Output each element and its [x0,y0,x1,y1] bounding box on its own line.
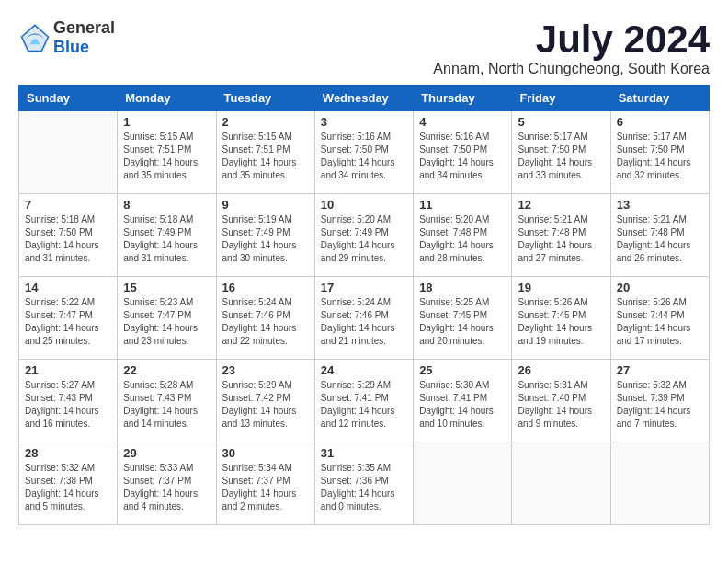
week-row-4: 21Sunrise: 5:27 AMSunset: 7:43 PMDayligh… [19,360,710,442]
day-number-19: 19 [518,281,604,294]
weekday-header-tuesday: Tuesday [216,86,314,111]
day-number-31: 31 [321,446,407,460]
day-number-8: 8 [123,198,210,212]
day-info-11: Sunrise: 5:20 AMSunset: 7:48 PMDaylight:… [419,213,506,265]
day-info-23: Sunrise: 5:29 AMSunset: 7:42 PMDaylight:… [222,379,309,431]
logo-text: General Blue [53,18,115,57]
svg-marker-0 [20,23,50,52]
weekday-header-sunday: Sunday [19,86,118,111]
day-number-22: 22 [123,363,210,377]
day-info-13: Sunrise: 5:21 AMSunset: 7:48 PMDaylight:… [617,213,703,265]
day-cell-22: 22Sunrise: 5:28 AMSunset: 7:43 PMDayligh… [118,360,216,442]
day-cell-19: 19Sunrise: 5:26 AMSunset: 7:45 PMDayligh… [512,277,610,360]
logo-blue: Blue [53,38,89,56]
day-cell-31: 31Sunrise: 5:35 AMSunset: 7:36 PMDayligh… [314,442,413,525]
day-cell-6: 6Sunrise: 5:17 AMSunset: 7:50 PMDaylight… [610,111,709,194]
day-number-21: 21 [25,363,111,377]
day-number-25: 25 [419,363,506,377]
day-info-12: Sunrise: 5:21 AMSunset: 7:48 PMDaylight:… [518,213,604,265]
day-info-25: Sunrise: 5:30 AMSunset: 7:41 PMDaylight:… [419,379,506,431]
day-cell-12: 12Sunrise: 5:21 AMSunset: 7:48 PMDayligh… [512,194,610,277]
day-cell-7: 7Sunrise: 5:18 AMSunset: 7:50 PMDaylight… [19,194,118,277]
day-cell-3: 3Sunrise: 5:16 AMSunset: 7:50 PMDaylight… [314,111,413,194]
weekday-header-monday: Monday [118,86,216,111]
weekday-header-saturday: Saturday [610,86,709,111]
day-number-18: 18 [419,281,506,294]
weekday-header-wednesday: Wednesday [314,86,413,111]
day-number-6: 6 [617,115,703,129]
day-cell-17: 17Sunrise: 5:24 AMSunset: 7:46 PMDayligh… [314,277,413,360]
day-cell-13: 13Sunrise: 5:21 AMSunset: 7:48 PMDayligh… [610,194,709,277]
day-number-14: 14 [25,281,111,294]
day-cell-9: 9Sunrise: 5:19 AMSunset: 7:49 PMDaylight… [216,194,314,277]
month-title: July 2024 [433,18,710,61]
day-info-21: Sunrise: 5:27 AMSunset: 7:43 PMDaylight:… [25,379,111,431]
day-number-20: 20 [617,281,703,294]
day-number-7: 7 [25,198,111,212]
day-number-11: 11 [419,198,506,212]
day-info-7: Sunrise: 5:18 AMSunset: 7:50 PMDaylight:… [25,213,111,265]
day-info-17: Sunrise: 5:24 AMSunset: 7:46 PMDaylight:… [321,296,407,348]
day-number-12: 12 [518,198,604,212]
day-number-10: 10 [321,198,407,212]
day-cell-16: 16Sunrise: 5:24 AMSunset: 7:46 PMDayligh… [216,277,314,360]
day-cell-30: 30Sunrise: 5:34 AMSunset: 7:37 PMDayligh… [216,442,314,525]
day-cell-10: 10Sunrise: 5:20 AMSunset: 7:49 PMDayligh… [314,194,413,277]
title-area: July 2024 Annam, North Chungcheong, Sout… [433,18,710,77]
day-info-18: Sunrise: 5:25 AMSunset: 7:45 PMDaylight:… [419,296,506,348]
day-info-28: Sunrise: 5:32 AMSunset: 7:38 PMDaylight:… [25,462,111,513]
logo-general: General [53,18,115,37]
day-info-31: Sunrise: 5:35 AMSunset: 7:36 PMDaylight:… [321,462,407,513]
day-cell-23: 23Sunrise: 5:29 AMSunset: 7:42 PMDayligh… [216,360,314,442]
logo-icon [18,21,51,54]
day-info-4: Sunrise: 5:16 AMSunset: 7:50 PMDaylight:… [419,131,506,182]
day-info-16: Sunrise: 5:24 AMSunset: 7:46 PMDaylight:… [222,296,309,348]
day-info-10: Sunrise: 5:20 AMSunset: 7:49 PMDaylight:… [321,213,407,265]
weekday-header-friday: Friday [512,86,610,111]
day-cell-27: 27Sunrise: 5:32 AMSunset: 7:39 PMDayligh… [610,360,709,442]
day-info-15: Sunrise: 5:23 AMSunset: 7:47 PMDaylight:… [123,296,210,348]
day-number-30: 30 [222,446,309,460]
header: General Blue July 2024 Annam, North Chun… [18,18,710,77]
day-cell-11: 11Sunrise: 5:20 AMSunset: 7:48 PMDayligh… [414,194,512,277]
location-subtitle: Annam, North Chungcheong, South Korea [433,61,710,77]
day-info-5: Sunrise: 5:17 AMSunset: 7:50 PMDaylight:… [518,131,604,182]
day-number-9: 9 [222,198,309,212]
day-number-3: 3 [321,115,407,129]
day-cell-29: 29Sunrise: 5:33 AMSunset: 7:37 PMDayligh… [118,442,216,525]
day-info-30: Sunrise: 5:34 AMSunset: 7:37 PMDaylight:… [222,462,309,513]
week-row-2: 7Sunrise: 5:18 AMSunset: 7:50 PMDaylight… [19,194,710,277]
day-cell-2: 2Sunrise: 5:15 AMSunset: 7:51 PMDaylight… [216,111,314,194]
day-cell-28: 28Sunrise: 5:32 AMSunset: 7:38 PMDayligh… [19,442,118,525]
empty-cell [19,111,118,194]
day-number-2: 2 [222,115,309,129]
day-info-19: Sunrise: 5:26 AMSunset: 7:45 PMDaylight:… [518,296,604,348]
day-info-29: Sunrise: 5:33 AMSunset: 7:37 PMDaylight:… [123,462,210,513]
weekday-header-thursday: Thursday [414,86,512,111]
day-number-5: 5 [518,115,604,129]
day-info-9: Sunrise: 5:19 AMSunset: 7:49 PMDaylight:… [222,213,309,265]
day-number-28: 28 [25,446,111,460]
day-number-16: 16 [222,281,309,294]
day-info-2: Sunrise: 5:15 AMSunset: 7:51 PMDaylight:… [222,131,309,182]
week-row-5: 28Sunrise: 5:32 AMSunset: 7:38 PMDayligh… [19,442,710,525]
calendar-table: SundayMondayTuesdayWednesdayThursdayFrid… [18,85,710,525]
day-cell-18: 18Sunrise: 5:25 AMSunset: 7:45 PMDayligh… [414,277,512,360]
day-cell-4: 4Sunrise: 5:16 AMSunset: 7:50 PMDaylight… [414,111,512,194]
day-cell-5: 5Sunrise: 5:17 AMSunset: 7:50 PMDaylight… [512,111,610,194]
day-cell-20: 20Sunrise: 5:26 AMSunset: 7:44 PMDayligh… [610,277,709,360]
day-number-15: 15 [123,281,210,294]
week-row-3: 14Sunrise: 5:22 AMSunset: 7:47 PMDayligh… [19,277,710,360]
day-number-17: 17 [321,281,407,294]
day-cell-26: 26Sunrise: 5:31 AMSunset: 7:40 PMDayligh… [512,360,610,442]
day-cell-14: 14Sunrise: 5:22 AMSunset: 7:47 PMDayligh… [19,277,118,360]
day-info-3: Sunrise: 5:16 AMSunset: 7:50 PMDaylight:… [321,131,407,182]
day-number-4: 4 [419,115,506,129]
weekday-header-row: SundayMondayTuesdayWednesdayThursdayFrid… [19,86,710,111]
day-info-20: Sunrise: 5:26 AMSunset: 7:44 PMDaylight:… [617,296,703,348]
day-cell-15: 15Sunrise: 5:23 AMSunset: 7:47 PMDayligh… [118,277,216,360]
day-info-8: Sunrise: 5:18 AMSunset: 7:49 PMDaylight:… [123,213,210,265]
day-info-27: Sunrise: 5:32 AMSunset: 7:39 PMDaylight:… [617,379,703,431]
day-info-24: Sunrise: 5:29 AMSunset: 7:41 PMDaylight:… [321,379,407,431]
day-cell-21: 21Sunrise: 5:27 AMSunset: 7:43 PMDayligh… [19,360,118,442]
